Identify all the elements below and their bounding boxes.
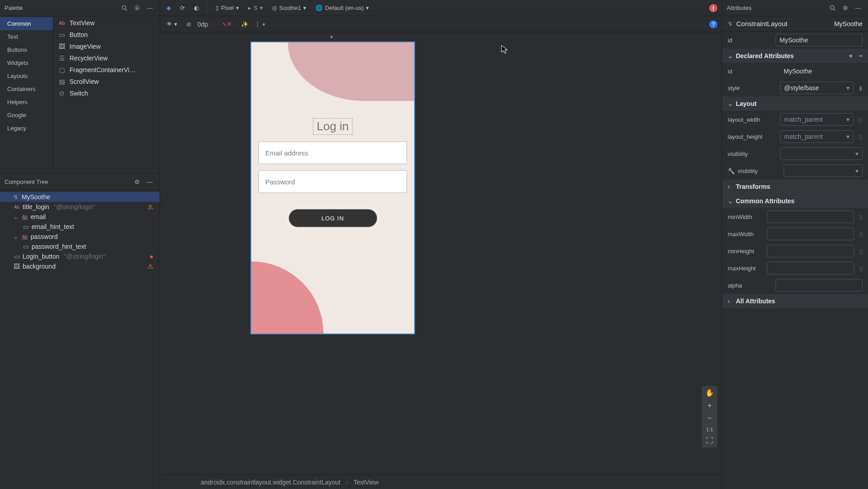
device-preview[interactable]: Log in Email address Password LOG IN [250, 41, 415, 334]
flag-icon[interactable]: ▯ [859, 265, 863, 272]
constraint-icon: ↯ [728, 20, 733, 27]
zoom-fit-icon[interactable]: ⛶ [706, 437, 713, 445]
search-icon[interactable] [119, 3, 130, 14]
resize-handle[interactable]: ⋰ [635, 462, 641, 469]
section-all[interactable]: › All Attributes [722, 294, 868, 308]
zoom-out-icon[interactable]: − [707, 414, 711, 422]
attr-select-layout-width[interactable]: match_parent [780, 113, 854, 126]
add-attr-icon[interactable]: + [849, 52, 853, 59]
warning-icon[interactable]: ⚠ [148, 203, 153, 210]
tree-item-login-button[interactable]: ▭ LogIn_button "@string/login" ● [0, 251, 160, 261]
palette-cat-legacy[interactable]: Legacy [0, 122, 53, 135]
design-sub-toolbar: 👁 ▾ ⊘ 0dp ∿✕ ✨ ⎸▾ ? [160, 16, 722, 32]
flag-icon[interactable]: ▯ [859, 214, 863, 220]
section-common[interactable]: ⌄ Common Attributes [722, 194, 868, 208]
attr-input-minwidth[interactable] [767, 210, 854, 223]
zoom-controls: ✋ + − 1:1 ⛶ [702, 386, 717, 448]
palette-cat-containers[interactable]: Containers [0, 82, 53, 96]
attr-value[interactable]: MySoothe [780, 65, 863, 77]
section-transforms[interactable]: › Transforms [722, 179, 868, 194]
palette-item-scrollview[interactable]: ▤ScrollView [53, 76, 160, 87]
preview-title-login[interactable]: Log in [313, 118, 353, 135]
warning-icon[interactable]: ⚠ [148, 263, 153, 270]
tree-item-email[interactable]: ⌄ Ab email [0, 212, 160, 222]
flag-icon[interactable]: ▯ [859, 133, 863, 140]
palette-cat-helpers[interactable]: Helpers [0, 96, 53, 109]
palette-cat-google[interactable]: Google [0, 109, 53, 122]
error-badge[interactable]: ! [709, 4, 717, 12]
palette-cat-buttons[interactable]: Buttons [0, 43, 53, 56]
palette-item-fragmentcontainer[interactable]: ▢FragmentContainerVi… [53, 64, 160, 76]
design-mode-icon[interactable]: ◆ [164, 3, 174, 13]
infer-constraints-icon[interactable]: ✨ [238, 19, 251, 29]
remove-attr-icon[interactable]: − [859, 52, 863, 59]
palette-item-switch[interactable]: ⊙Switch [53, 87, 160, 99]
gear-icon[interactable]: ⚙ [840, 3, 851, 14]
preview-password-field[interactable]: Password [259, 170, 407, 193]
device-selector[interactable]: ▯ Pixel ▾ [213, 3, 242, 13]
attr-row-layout-width: layout_width match_parent ▯ [722, 111, 868, 128]
attr-input-maxwidth[interactable] [767, 228, 854, 240]
breadcrumb-item[interactable]: TextView [353, 479, 379, 486]
flag-icon[interactable]: ▯ [859, 231, 863, 238]
zoom-in-icon[interactable]: + [707, 402, 711, 410]
preview-login-button[interactable]: LOG IN [289, 209, 377, 227]
flag-icon[interactable]: ▯ [859, 116, 863, 123]
tree-item-title-login[interactable]: Ab title_login "@string/login" ⚠ [0, 202, 160, 212]
chevron-down-icon[interactable]: ⌄ [13, 233, 19, 240]
orientation-icon[interactable]: ⟳ [177, 3, 188, 13]
attr-input-alpha[interactable] [776, 279, 863, 292]
theme-selector[interactable]: ◎ Soothe1 ▾ [269, 3, 309, 13]
tree-item-background[interactable]: 🖼 background ⚠ [0, 261, 160, 271]
search-icon[interactable] [827, 3, 838, 14]
attr-input-id[interactable] [776, 34, 863, 46]
zoom-reset[interactable]: 1:1 [706, 427, 713, 432]
palette-item-recyclerview[interactable]: ☰RecyclerView [53, 52, 160, 64]
attr-select-visibility[interactable] [780, 147, 863, 160]
section-layout[interactable]: ⌄ Layout [722, 96, 868, 111]
chevron-right-icon: › [728, 183, 733, 190]
svg-point-0 [122, 5, 126, 9]
api-selector[interactable]: ▸ S ▾ [245, 3, 266, 13]
help-icon[interactable]: ? [709, 20, 717, 28]
design-surface[interactable]: ▼ Log in Email address Password LOG IN ⋰… [160, 32, 722, 475]
tree-item-mysoothe[interactable]: ↯ MySoothe [0, 192, 160, 202]
attr-select-tools-visibility[interactable] [784, 165, 863, 177]
palette-cat-layouts[interactable]: Layouts [0, 69, 53, 82]
clear-constraints-icon[interactable]: ∿✕ [219, 19, 235, 29]
autoconnect-icon[interactable]: ⊘ [184, 19, 194, 29]
minimize-icon[interactable]: — [144, 177, 155, 187]
breadcrumb-item[interactable]: androidx.constraintlayout.widget.Constra… [201, 479, 341, 486]
attr-select-layout-height[interactable]: match_parent [780, 130, 854, 143]
palette-item-imageview[interactable]: 🖼ImageView [53, 41, 160, 52]
tree-item-password-hint[interactable]: ▭ password_hint_text [0, 242, 160, 251]
palette-cat-widgets[interactable]: Widgets [0, 56, 53, 69]
constraint-icon: ↯ [12, 193, 20, 201]
flag-icon[interactable]: ▯ [859, 248, 863, 255]
attr-input-minheight[interactable] [767, 245, 854, 257]
guidelines-icon[interactable]: ⎸▾ [254, 19, 268, 30]
pan-icon[interactable]: ✋ [705, 388, 714, 397]
attr-input-maxheight[interactable] [767, 262, 854, 274]
flag-icon[interactable]: ▮ [859, 85, 863, 91]
error-icon[interactable]: ● [150, 253, 153, 260]
attr-row-id: id [722, 32, 868, 49]
view-options-icon[interactable]: 👁 ▾ [164, 19, 180, 29]
palette-cat-text[interactable]: Text [0, 30, 53, 43]
night-icon[interactable]: ◐ [191, 3, 202, 13]
palette-cat-common[interactable]: Common [0, 17, 53, 30]
chevron-down-icon[interactable]: ⌄ [13, 213, 19, 220]
gear-icon[interactable]: ⚙ [132, 177, 143, 187]
tree-item-email-hint[interactable]: ▭ email_hint_text [0, 222, 160, 232]
minimize-icon[interactable]: — [144, 3, 155, 14]
default-margin[interactable]: 0dp [198, 21, 208, 28]
locale-selector[interactable]: 🌐 Default (en-us) ▾ [313, 3, 372, 13]
palette-item-button[interactable]: ▭Button [53, 29, 160, 41]
section-declared[interactable]: ⌄ Declared Attributes + − [722, 49, 868, 63]
tree-item-password[interactable]: ⌄ Ab password [0, 232, 160, 242]
minimize-icon[interactable]: — [853, 3, 863, 14]
gear-icon[interactable] [132, 3, 143, 14]
attr-select-style[interactable]: @style/base [780, 82, 854, 94]
palette-item-textview[interactable]: AbTextView [53, 17, 160, 29]
preview-email-field[interactable]: Email address [259, 142, 407, 164]
